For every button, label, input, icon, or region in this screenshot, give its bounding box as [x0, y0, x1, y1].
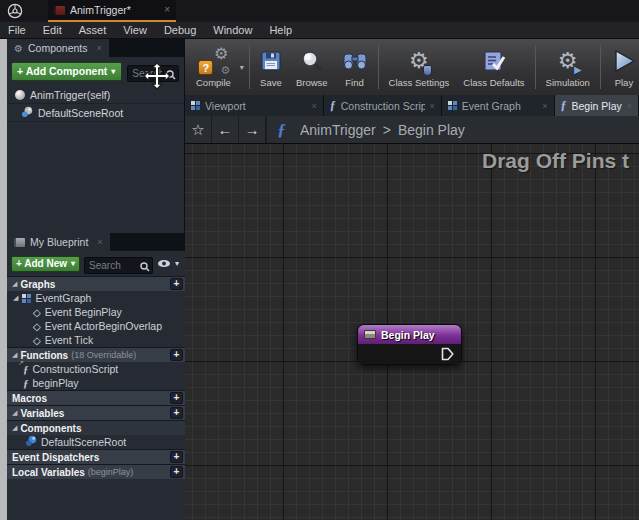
menu-bar: File Edit Asset View Debug Window Help — [0, 22, 639, 39]
section-variables[interactable]: ◢ Variables + — [7, 405, 185, 420]
forward-button[interactable]: → — [239, 116, 266, 143]
scene-component-icon — [21, 104, 33, 122]
macros-header-label: Macros — [12, 393, 47, 404]
asset-tab-animtrigger[interactable]: AnimTrigger* × — [48, 0, 176, 22]
event-graph-tab-label: Event Graph — [462, 100, 521, 112]
event-node-icon: ◇ — [33, 321, 41, 332]
close-icon[interactable]: × — [312, 101, 317, 111]
tab-viewport[interactable]: Viewport × — [185, 95, 324, 116]
menu-help[interactable]: Help — [269, 24, 292, 36]
node-title: Begin Play — [381, 329, 435, 341]
menu-edit[interactable]: Edit — [43, 24, 62, 36]
simulation-button[interactable]: ⚙ ▶ Simulation — [539, 45, 597, 90]
class-settings-button[interactable]: ⚙ Class Settings — [382, 45, 457, 90]
graph-canvas[interactable]: Drag Off Pins t Begin Play — [185, 144, 639, 520]
toolbar-separator — [535, 45, 536, 89]
section-local-variables[interactable]: Local Variables (beginPlay) + — [7, 464, 185, 479]
back-button[interactable]: ← — [212, 116, 239, 143]
expander-icon[interactable]: ◢ — [13, 294, 18, 302]
add-component-label: + Add Component — [17, 65, 107, 77]
expander-icon[interactable]: ◢ — [12, 280, 17, 288]
compile-button[interactable]: ⚙ ⚙ ? Compile — [189, 45, 238, 90]
tree-item-event-beginplay[interactable]: ◇ Event BeginPlay — [7, 305, 185, 319]
close-icon[interactable]: × — [542, 101, 547, 111]
browse-button[interactable]: Browse — [289, 45, 335, 90]
close-icon[interactable]: × — [627, 101, 632, 111]
class-defaults-button[interactable]: Class Defaults — [456, 45, 531, 90]
title-bar: AnimTrigger* × — [0, 0, 639, 22]
tab-begin-play[interactable]: ƒ Begin Play × — [555, 95, 639, 116]
viewport-tab-label: Viewport — [205, 100, 246, 112]
add-graph-button[interactable]: + — [170, 278, 183, 290]
compile-options-caret[interactable]: ▾ — [240, 63, 244, 72]
functions-overridable-count: (18 Overridable) — [71, 350, 136, 360]
add-macro-button[interactable]: + — [170, 392, 183, 404]
menu-file[interactable]: File — [8, 24, 26, 36]
breadcrumb-separator-icon: > — [383, 122, 391, 138]
close-icon[interactable]: × — [97, 43, 102, 53]
construction-script-icon: ↗ ƒ — [23, 363, 29, 375]
section-graphs[interactable]: ◢ Graphs + — [7, 276, 185, 291]
section-functions[interactable]: ◢ Functions (18 Overridable) + — [7, 347, 185, 362]
tree-item-eventgraph[interactable]: ◢ EventGraph — [7, 291, 185, 305]
my-blueprint-panel: My Blueprint × + Add New ▾ ▾ — [7, 233, 185, 520]
play-button[interactable]: Play — [604, 45, 639, 90]
tab-my-blueprint[interactable]: My Blueprint × — [7, 233, 110, 251]
compile-label: Compile — [196, 77, 231, 88]
breadcrumb: AnimTrigger > Begin Play — [296, 116, 465, 143]
close-icon[interactable]: × — [164, 5, 170, 15]
defaultsceneroot-label: DefaultSceneRoot — [41, 436, 126, 448]
my-blueprint-tab-strip: My Blueprint × — [7, 233, 185, 251]
tree-item-defaultsceneroot[interactable]: DefaultSceneRoot — [7, 435, 185, 449]
section-components-category[interactable]: ◢ Components — [7, 420, 185, 435]
add-new-label: + Add New — [16, 258, 67, 269]
close-icon[interactable]: × — [430, 101, 435, 111]
play-label: Play — [615, 77, 633, 88]
tab-event-graph[interactable]: Event Graph × — [442, 95, 555, 116]
document-tab-strip: Viewport × ƒ Construction Scrip × Event … — [185, 95, 639, 116]
binoculars-icon — [342, 47, 368, 75]
breadcrumb-root[interactable]: AnimTrigger — [300, 122, 376, 138]
tab-construction-script[interactable]: ƒ Construction Scrip × — [324, 95, 442, 116]
menu-debug[interactable]: Debug — [164, 24, 196, 36]
compile-status-icon: ? — [198, 60, 213, 75]
add-local-variable-button[interactable]: + — [170, 466, 183, 478]
play-triangle-icon — [611, 47, 637, 75]
add-variable-button[interactable]: + — [170, 407, 183, 419]
unreal-logo-icon[interactable] — [7, 3, 23, 19]
add-event-dispatcher-button[interactable]: + — [170, 451, 183, 463]
section-event-dispatchers[interactable]: Event Dispatchers + — [7, 449, 185, 464]
event-graph-icon — [448, 101, 457, 110]
component-row-scene-root[interactable]: DefaultSceneRoot — [7, 104, 184, 122]
expander-icon[interactable]: ◢ — [12, 424, 17, 432]
constructionscript-label: ConstructionScript — [33, 363, 119, 375]
menu-view[interactable]: View — [123, 24, 147, 36]
tree-item-event-actorbeginoverlap[interactable]: ◇ Event ActorBeginOverlap — [7, 319, 185, 333]
chevron-down-icon: ▾ — [71, 259, 75, 268]
expander-icon[interactable]: ◢ — [12, 409, 17, 417]
tab-components[interactable]: ⚙ Components × — [7, 39, 109, 57]
add-function-button[interactable]: + — [170, 349, 183, 361]
begin-play-node[interactable]: Begin Play — [357, 324, 462, 365]
menu-asset[interactable]: Asset — [79, 24, 107, 36]
exec-pin-icon[interactable] — [441, 347, 454, 365]
favorite-star-button[interactable]: ☆ — [185, 116, 212, 143]
save-button[interactable]: Save — [253, 45, 289, 90]
menu-window[interactable]: Window — [213, 24, 252, 36]
find-button[interactable]: Find — [335, 45, 375, 90]
scene-root-label: DefaultSceneRoot — [38, 107, 123, 119]
expander-icon[interactable]: ◢ — [12, 351, 17, 359]
visibility-filter-button[interactable]: ▾ — [157, 259, 181, 268]
add-component-button[interactable]: + Add Component ▾ — [11, 62, 122, 81]
add-new-button[interactable]: + Add New ▾ — [11, 256, 80, 272]
tree-item-constructionscript[interactable]: ↗ ƒ ConstructionScript — [7, 362, 185, 376]
event-tick-label: Event Tick — [45, 334, 93, 346]
close-icon[interactable]: × — [97, 237, 102, 247]
section-macros[interactable]: Macros + — [7, 390, 185, 405]
graph-breadcrumb-bar: ☆ ← → ƒ AnimTrigger > Begin Play — [185, 116, 639, 144]
tree-item-beginplay-function[interactable]: ƒ beginPlay — [7, 376, 185, 390]
node-header[interactable]: Begin Play — [358, 325, 461, 344]
my-blueprint-toolbar: + Add New ▾ ▾ — [7, 251, 185, 276]
blueprint-toolbar: ⚙ ⚙ ? Compile ▾ Save Browse Find — [185, 39, 639, 95]
tree-item-event-tick[interactable]: ◇ Event Tick — [7, 333, 185, 347]
